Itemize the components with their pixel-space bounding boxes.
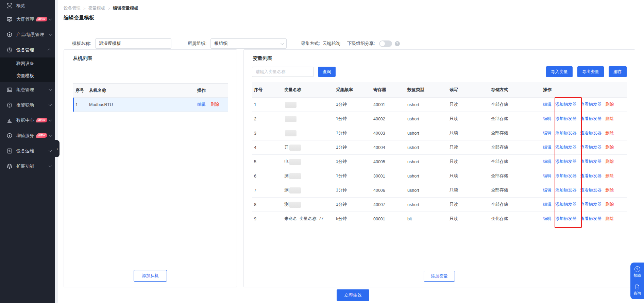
import-variables-button[interactable]: 导入变量 <box>546 66 573 77</box>
sidebar-item-1[interactable]: 大屏管理NEW <box>0 12 55 27</box>
sidebar-item-9[interactable]: 增值服务NEW <box>0 128 55 143</box>
device-icon <box>7 47 12 53</box>
row-actions: 编辑添加触发器查看触发器删除 <box>543 159 627 165</box>
slave-table: 序号 从机名称 操作 1 ModbusRTU 编辑 删除 <box>73 83 228 112</box>
chevron-left-icon: ‹ <box>57 147 58 151</box>
share-toggle[interactable] <box>379 40 392 47</box>
add-variable-button[interactable]: 添加变量 <box>424 271 455 282</box>
chevron-down-icon <box>49 32 52 36</box>
apply-button[interactable]: 立即生效 <box>337 289 369 301</box>
delete-link[interactable]: 删除 <box>605 102 614 107</box>
consult-label[interactable]: 咨询 <box>633 291 641 296</box>
sort-button[interactable]: 排序 <box>609 66 627 77</box>
variable-col-header-3: 寄存器 <box>373 87 407 93</box>
sidebar-item-8[interactable]: 数据中心NEW <box>0 113 55 128</box>
edit-link[interactable]: 编辑 <box>543 216 552 222</box>
view-trigger-link[interactable]: 查看触发器 <box>580 116 602 122</box>
delete-link[interactable]: 删除 <box>605 216 614 222</box>
consult-doc-icon[interactable] <box>634 284 640 290</box>
variable-search-input[interactable] <box>252 67 314 77</box>
view-trigger-link[interactable]: 查看触发器 <box>580 173 602 179</box>
sidebar-collapse-handle[interactable]: ‹ <box>55 140 60 157</box>
variable-name-cell: 未命名_变量名称_77 <box>284 216 336 222</box>
view-trigger-link[interactable]: 查看触发器 <box>580 187 602 193</box>
view-trigger-link[interactable]: 查看触发器 <box>580 130 602 136</box>
question-icon[interactable]: ? <box>395 41 400 46</box>
redacted-blob <box>289 173 301 179</box>
add-trigger-link[interactable]: 添加触发器 <box>555 216 577 222</box>
sidebar-item-11[interactable]: 扩展功能 <box>0 158 55 174</box>
cell-index: 6 <box>252 174 284 179</box>
delete-link[interactable]: 删除 <box>605 173 614 179</box>
edit-link[interactable]: 编辑 <box>543 187 552 193</box>
row-actions: 编辑添加触发器查看触发器删除 <box>543 102 627 107</box>
cell-register: 00001 <box>373 217 407 221</box>
sidebar-subitem-5[interactable]: 变量模板 <box>0 70 55 82</box>
delete-link[interactable]: 删除 <box>210 102 219 107</box>
cell-rw: 只读 <box>450 187 491 193</box>
view-trigger-link[interactable]: 查看触发器 <box>580 145 602 150</box>
table-row: 7测1分钟40006ushort只读全部存储编辑添加触发器查看触发器删除 <box>252 183 627 198</box>
cell-storage: 全部存储 <box>491 102 543 107</box>
row-actions: 编辑添加触发器查看触发器删除 <box>543 173 627 179</box>
add-trigger-link[interactable]: 添加触发器 <box>555 145 577 150</box>
breadcrumb-link-1[interactable]: 变量模板 <box>88 5 105 11</box>
help-icon[interactable]: ? <box>634 266 640 272</box>
add-trigger-link[interactable]: 添加触发器 <box>555 130 577 136</box>
org-select[interactable]: 根组织 <box>210 38 287 49</box>
view-trigger-link[interactable]: 查看触发器 <box>580 159 602 165</box>
variable-col-header-5: 读写 <box>450 87 491 93</box>
edit-link[interactable]: 编辑 <box>543 130 552 136</box>
edit-link[interactable]: 编辑 <box>543 173 552 179</box>
sidebar-item-6[interactable]: 组态管理 <box>0 82 55 97</box>
add-slave-button[interactable]: 添加从机 <box>134 270 167 282</box>
export-variables-button[interactable]: 导出变量 <box>577 66 604 77</box>
variable-table-body: 11分钟40001ushort只读全部存储编辑添加触发器查看触发器删除21分钟4… <box>252 98 627 226</box>
view-trigger-link[interactable]: 查看触发器 <box>580 102 602 107</box>
sidebar-subitem-4[interactable]: 联网设备 <box>0 57 55 70</box>
add-trigger-link[interactable]: 添加触发器 <box>555 187 577 193</box>
variable-table-header: 序号变量名称采集频率寄存器数值类型读写存储方式操作 <box>252 82 627 98</box>
edit-link[interactable]: 编辑 <box>543 102 552 107</box>
sidebar-item-0[interactable]: 概览 <box>0 0 55 12</box>
delete-link[interactable]: 删除 <box>605 202 614 207</box>
edit-link[interactable]: 编辑 <box>543 116 552 122</box>
sidebar-item-7[interactable]: 报警联动 <box>0 97 55 113</box>
sidebar-item-10[interactable]: 设备运维 <box>0 143 55 158</box>
template-name-input[interactable] <box>95 38 171 49</box>
sidebar-item-3[interactable]: 设备管理 <box>0 42 55 57</box>
cell-storage: 全部存储 <box>491 173 543 179</box>
cell-register: 40002 <box>373 117 407 121</box>
table-row[interactable]: 1 ModbusRTU 编辑 删除 <box>73 98 228 112</box>
sidebar-item-2[interactable]: 产品/场景管理 <box>0 27 55 42</box>
cell-freq: 5分钟 <box>336 216 373 222</box>
delete-link[interactable]: 删除 <box>605 116 614 122</box>
delete-link[interactable]: 删除 <box>605 130 614 136</box>
add-trigger-link[interactable]: 添加触发器 <box>555 159 577 165</box>
add-trigger-link[interactable]: 添加触发器 <box>555 173 577 179</box>
add-trigger-link[interactable]: 添加触发器 <box>555 116 577 122</box>
extension-icon <box>7 164 12 169</box>
view-trigger-link[interactable]: 查看触发器 <box>580 216 602 222</box>
edit-link[interactable]: 编辑 <box>543 202 552 207</box>
delete-link[interactable]: 删除 <box>605 145 614 150</box>
chevron-down-icon <box>49 133 52 137</box>
edit-link[interactable]: 编辑 <box>543 145 552 150</box>
delete-link[interactable]: 删除 <box>605 187 614 193</box>
help-label[interactable]: 帮助 <box>633 273 641 278</box>
add-trigger-link[interactable]: 添加触发器 <box>555 102 577 107</box>
delete-link[interactable]: 删除 <box>605 159 614 165</box>
variable-name-cell: 电 <box>284 159 336 165</box>
cell-storage: 全部存储 <box>491 202 543 207</box>
cell-freq: 1分钟 <box>336 159 373 165</box>
row-actions: 编辑添加触发器查看触发器删除 <box>543 187 627 193</box>
add-trigger-link[interactable]: 添加触发器 <box>555 202 577 207</box>
new-badge: NEW <box>36 118 48 122</box>
query-button[interactable]: 查询 <box>318 67 336 77</box>
edit-link[interactable]: 编辑 <box>543 159 552 165</box>
view-trigger-link[interactable]: 查看触发器 <box>580 202 602 207</box>
cell-storage: 变化存储 <box>491 216 543 222</box>
sidebar-item-label: 设备运维 <box>16 148 34 154</box>
edit-link[interactable]: 编辑 <box>197 102 206 107</box>
breadcrumb-link-0[interactable]: 设备管理 <box>64 5 81 11</box>
